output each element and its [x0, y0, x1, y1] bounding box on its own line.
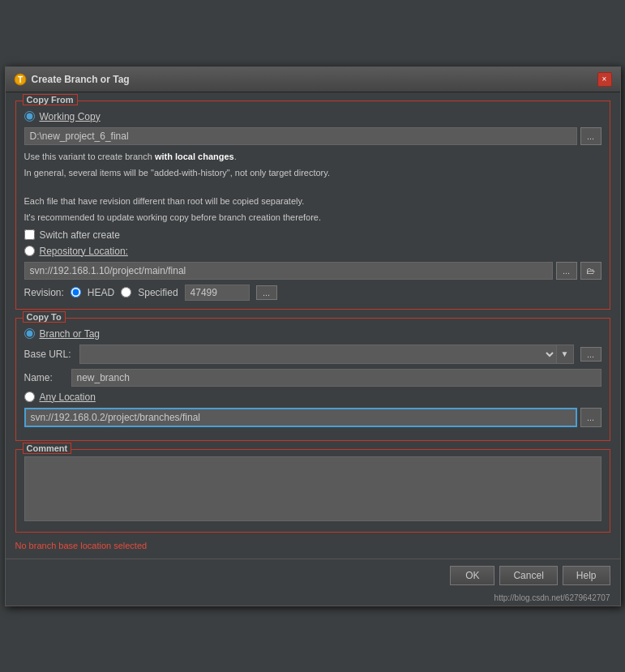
- info-text-2: In general, several items will be "added…: [24, 166, 601, 180]
- revision-value-input[interactable]: [185, 285, 250, 301]
- branch-or-tag-label[interactable]: Branch or Tag: [40, 328, 101, 340]
- help-button[interactable]: Help: [563, 566, 610, 585]
- specified-revision-radio[interactable]: [121, 287, 131, 297]
- revision-label: Revision:: [24, 287, 64, 298]
- head-revision-label[interactable]: HEAD: [88, 287, 114, 298]
- working-copy-browse-button[interactable]: ...: [580, 127, 601, 145]
- any-location-label[interactable]: Any Location: [40, 392, 96, 403]
- working-copy-radio-label[interactable]: Working Copy: [40, 111, 101, 122]
- repo-path-row: ... 🗁: [24, 262, 601, 280]
- info-text-1: Use this variant to create branch with l…: [24, 150, 601, 164]
- name-row: Name:: [24, 369, 601, 387]
- revision-row: Revision: HEAD Specified ...: [24, 285, 601, 301]
- working-copy-path-input[interactable]: [24, 127, 577, 145]
- button-row: OK Cancel Help: [6, 559, 620, 592]
- branch-or-tag-row: Branch or Tag: [24, 328, 601, 340]
- base-url-dropdown-arrow[interactable]: ▼: [556, 345, 574, 364]
- head-revision-radio[interactable]: [71, 287, 81, 297]
- repo-path-input[interactable]: [24, 262, 553, 280]
- dialog-body: Copy From Working Copy ... Use this vari…: [6, 92, 620, 559]
- ok-button[interactable]: OK: [450, 566, 494, 585]
- error-message: No branch base location selected: [15, 541, 610, 550]
- cancel-button[interactable]: Cancel: [499, 566, 557, 585]
- copy-to-section: Copy To Branch or Tag Base URL: ▼ ...: [15, 318, 610, 441]
- create-branch-dialog: T Create Branch or Tag × Copy From Worki…: [5, 66, 621, 606]
- title-bar: T Create Branch or Tag ×: [6, 67, 620, 92]
- revision-browse-button[interactable]: ...: [256, 285, 277, 300]
- info-text-1b: with local changes: [155, 152, 234, 161]
- app-icon: T: [14, 73, 27, 86]
- comment-label: Comment: [23, 443, 72, 454]
- name-label: Name:: [24, 372, 65, 383]
- comment-section: Comment: [15, 449, 610, 533]
- info-text-1c: .: [234, 152, 237, 161]
- any-location-browse-button[interactable]: ...: [580, 408, 601, 427]
- working-copy-radio[interactable]: [24, 111, 35, 122]
- any-location-path-row: ...: [24, 408, 601, 427]
- switch-after-create-checkbox[interactable]: [24, 229, 35, 240]
- base-url-label: Base URL:: [24, 349, 73, 360]
- title-bar-left: T Create Branch or Tag: [14, 73, 130, 86]
- working-copy-row: Working Copy: [24, 111, 601, 122]
- base-url-row: Base URL: ▼ ...: [24, 345, 601, 364]
- info-text-5: It's recommended to update working copy …: [24, 211, 601, 225]
- branch-or-tag-radio[interactable]: [24, 328, 35, 339]
- repo-folder-button[interactable]: 🗁: [580, 262, 601, 280]
- any-location-radio[interactable]: [24, 392, 35, 402]
- repo-location-radio[interactable]: [24, 246, 35, 256]
- copy-from-section: Copy From Working Copy ... Use this vari…: [15, 101, 610, 310]
- repo-location-row: Repository Location:: [24, 246, 601, 257]
- base-url-select-wrapper: ▼: [79, 345, 574, 364]
- any-location-path-input[interactable]: [24, 408, 577, 427]
- close-button[interactable]: ×: [597, 72, 612, 87]
- info-text-1a: Use this variant to create branch: [24, 152, 155, 161]
- copy-from-label: Copy From: [23, 94, 78, 105]
- watermark: http://blog.csdn.net/6279642707: [6, 592, 620, 606]
- switch-after-create-label[interactable]: Switch after create: [40, 229, 120, 241]
- specified-revision-label[interactable]: Specified: [138, 287, 178, 298]
- base-url-browse-button[interactable]: ...: [580, 347, 601, 362]
- copy-to-label: Copy To: [23, 311, 66, 323]
- base-url-select[interactable]: [79, 345, 556, 364]
- repo-location-radio-label[interactable]: Repository Location:: [40, 246, 128, 257]
- name-input[interactable]: [71, 369, 601, 387]
- any-location-row: Any Location: [24, 392, 601, 403]
- comment-textarea[interactable]: [24, 456, 601, 521]
- repo-browse-button[interactable]: ...: [556, 262, 577, 280]
- info-text-4: Each file that have revision different t…: [24, 195, 601, 208]
- switch-after-create-row: Switch after create: [24, 229, 601, 241]
- svg-text:T: T: [17, 75, 22, 84]
- dialog-title: Create Branch or Tag: [32, 74, 130, 85]
- working-copy-path-row: ...: [24, 127, 601, 145]
